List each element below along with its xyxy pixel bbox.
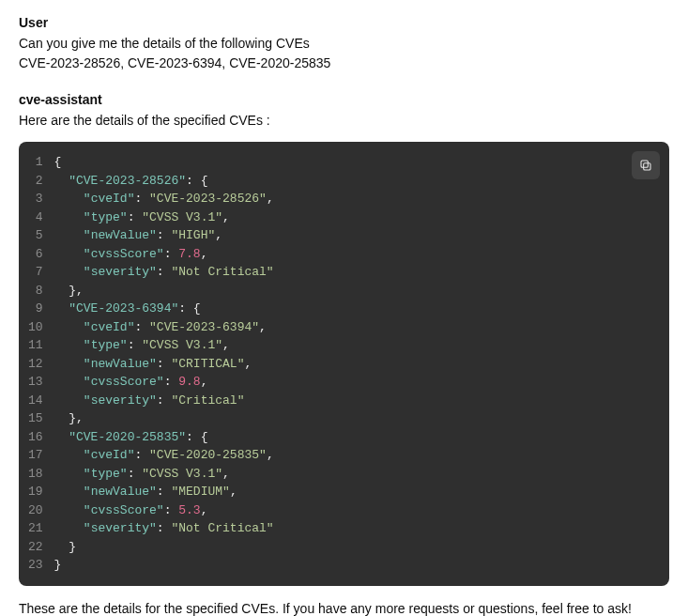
line-number: 9 (28, 300, 43, 318)
line-number: 5 (28, 226, 43, 245)
line-number: 15 (28, 409, 43, 428)
line-number: 1 (28, 153, 43, 172)
code-line: "cvssScore": 7.8, (54, 245, 654, 264)
code-line: "CVE-2020-25835": { (54, 428, 654, 447)
assistant-message: cve-assistant Here are the details of th… (19, 92, 669, 616)
line-number: 4 (28, 208, 43, 227)
code-line: "newValue": "MEDIUM", (54, 483, 654, 501)
code-line: "severity": "Not Critical" (54, 519, 654, 538)
code-line: { (54, 153, 654, 172)
code-block: 1234567891011121314151617181920212223 { … (19, 142, 669, 586)
code-line: "CVE-2023-6394": { (54, 300, 654, 318)
line-number: 17 (28, 446, 43, 465)
assistant-outro: These are the details for the specified … (19, 599, 669, 617)
code-line: "CVE-2023-28526": { (54, 172, 654, 191)
code-line: "cveId": "CVE-2023-28526", (54, 190, 654, 208)
code-line: }, (54, 282, 654, 300)
code-line: "newValue": "CRITICAL", (54, 355, 654, 374)
svg-rect-1 (641, 161, 648, 167)
copy-icon (638, 158, 653, 173)
line-number: 14 (28, 392, 43, 410)
user-role-label: User (19, 15, 669, 30)
code-line: "type": "CVSS V3.1", (54, 208, 654, 227)
user-text-line-1: Can you give me the details of the follo… (19, 34, 669, 54)
user-text: Can you give me the details of the follo… (19, 34, 669, 73)
code-line: "severity": "Not Critical" (54, 263, 654, 282)
code-line: "cveId": "CVE-2020-25835", (54, 446, 654, 465)
line-number: 8 (28, 282, 43, 300)
line-number: 22 (28, 538, 43, 557)
assistant-intro: Here are the details of the specified CV… (19, 111, 669, 131)
code-line: "severity": "Critical" (54, 392, 654, 410)
copy-button[interactable] (632, 151, 660, 179)
line-number: 16 (28, 428, 43, 447)
code-line: } (54, 556, 654, 575)
code-line: "newValue": "HIGH", (54, 226, 654, 245)
code-line: "cveId": "CVE-2023-6394", (54, 318, 654, 337)
code-line: }, (54, 409, 654, 428)
line-number: 20 (28, 501, 43, 520)
code-line: } (54, 538, 654, 557)
code-content: { "CVE-2023-28526": { "cveId": "CVE-2023… (54, 153, 669, 575)
line-number: 11 (28, 336, 43, 355)
svg-rect-0 (644, 163, 650, 170)
line-number: 2 (28, 172, 43, 191)
line-number: 12 (28, 355, 43, 374)
line-number: 6 (28, 245, 43, 264)
user-text-line-2: CVE-2023-28526, CVE-2023-6394, CVE-2020-… (19, 54, 669, 73)
code-line: "cvssScore": 5.3, (54, 501, 654, 520)
line-number: 21 (28, 519, 43, 538)
line-number: 19 (28, 483, 43, 501)
line-number: 13 (28, 373, 43, 392)
code-line: "type": "CVSS V3.1", (54, 336, 654, 355)
line-number-gutter: 1234567891011121314151617181920212223 (19, 153, 54, 575)
code-line: "cvssScore": 9.8, (54, 373, 654, 392)
user-message: User Can you give me the details of the … (19, 15, 669, 73)
line-number: 3 (28, 190, 43, 208)
line-number: 18 (28, 465, 43, 484)
line-number: 23 (28, 556, 43, 575)
code-line: "type": "CVSS V3.1", (54, 465, 654, 484)
assistant-role-label: cve-assistant (19, 92, 669, 107)
line-number: 7 (28, 263, 43, 282)
line-number: 10 (28, 318, 43, 337)
